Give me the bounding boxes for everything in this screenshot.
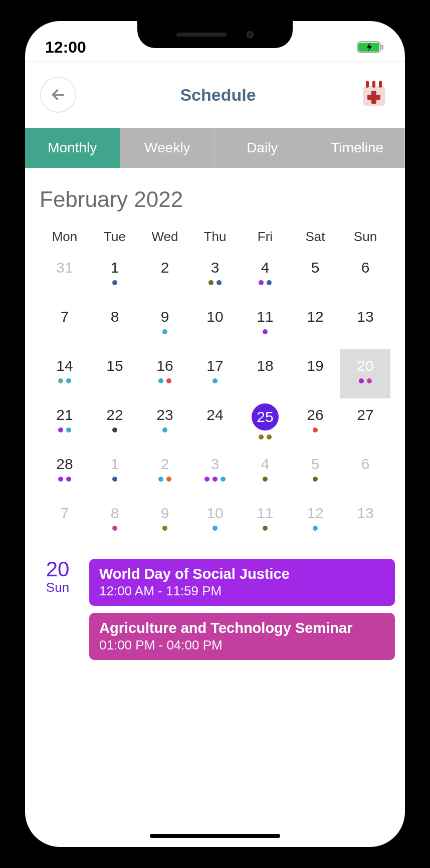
phone-frame: 12:00 Schedule <box>14 10 416 858</box>
event-dots <box>212 526 218 531</box>
day-number: 12 <box>307 505 323 522</box>
weekday-row: MonTueWedThuFriSatSun <box>40 229 390 251</box>
day-number: 22 <box>106 406 123 423</box>
event-dots <box>259 280 272 285</box>
event-dot <box>212 526 218 531</box>
weekday-label: Tue <box>90 229 140 245</box>
weekday-label: Sat <box>290 229 340 245</box>
events-date-number: 20 <box>35 559 80 580</box>
weekday-label: Sun <box>340 229 390 245</box>
calendar-day[interactable]: 11 <box>240 300 290 349</box>
calendar-day[interactable]: 11 <box>240 497 290 546</box>
calendar-day[interactable]: 9 <box>140 300 190 349</box>
calendar-day[interactable]: 26 <box>290 398 340 448</box>
tab-weekly[interactable]: Weekly <box>120 128 216 168</box>
event-dot <box>212 378 218 383</box>
calendar-day[interactable]: 8 <box>90 300 140 349</box>
event-dots <box>58 427 71 432</box>
event-dots <box>359 378 372 383</box>
svg-rect-1 <box>381 45 383 50</box>
calendar-day[interactable]: 24 <box>190 398 240 448</box>
calendar-day[interactable]: 7 <box>40 497 90 546</box>
event-time: 12:00 AM - 11:59 PM <box>99 583 385 599</box>
day-number: 4 <box>261 456 270 473</box>
tab-timeline[interactable]: Timeline <box>310 128 405 168</box>
event-dot <box>112 427 117 432</box>
calendar-day[interactable]: 8 <box>90 497 140 546</box>
add-event-button[interactable] <box>360 80 390 110</box>
calendar-day[interactable]: 13 <box>340 497 390 546</box>
calendar-day[interactable]: 15 <box>90 349 140 398</box>
calendar-day[interactable]: 2 <box>140 448 190 497</box>
event-dot <box>166 477 171 482</box>
calendar-day[interactable]: 28 <box>40 448 90 497</box>
home-indicator[interactable] <box>150 834 280 838</box>
calendar-day[interactable]: 31 <box>40 251 90 300</box>
battery-charging-icon <box>357 40 385 54</box>
back-button[interactable] <box>40 77 76 113</box>
calendar-day[interactable]: 4 <box>240 251 290 300</box>
day-number: 13 <box>357 505 373 522</box>
tab-daily[interactable]: Daily <box>215 128 310 168</box>
calendar-day[interactable]: 23 <box>140 398 190 448</box>
day-number: 27 <box>357 406 373 423</box>
calendar-day[interactable]: 9 <box>140 497 190 546</box>
event-dot <box>66 477 71 482</box>
calendar-day[interactable]: 20 <box>340 349 390 398</box>
event-dot <box>359 378 364 383</box>
svg-rect-6 <box>379 81 382 88</box>
view-tabs: MonthlyWeeklyDailyTimeline <box>25 128 405 168</box>
svg-rect-8 <box>367 95 380 100</box>
event-dot <box>204 477 209 482</box>
arrow-left-icon <box>49 86 67 104</box>
calendar-day[interactable]: 25 <box>240 398 290 448</box>
tab-label: Weekly <box>144 140 190 156</box>
day-number: 1 <box>111 456 119 473</box>
calendar-day[interactable]: 17 <box>190 349 240 398</box>
calendar-day[interactable]: 18 <box>240 349 290 398</box>
calendar-day[interactable]: 27 <box>340 398 390 448</box>
calendar-day[interactable]: 22 <box>90 398 140 448</box>
calendar-day[interactable]: 3 <box>190 251 240 300</box>
calendar-day[interactable]: 6 <box>340 448 390 497</box>
calendar-day[interactable]: 12 <box>290 300 340 349</box>
calendar-day[interactable]: 3 <box>190 448 240 497</box>
calendar-day[interactable]: 13 <box>340 300 390 349</box>
calendar-day[interactable]: 16 <box>140 349 190 398</box>
calendar-day[interactable]: 21 <box>40 398 90 448</box>
day-number: 7 <box>61 505 69 522</box>
event-dots <box>259 435 272 440</box>
event-dot <box>66 378 71 383</box>
day-number: 3 <box>211 259 220 276</box>
calendar-day[interactable]: 7 <box>40 300 90 349</box>
calendar-day[interactable]: 19 <box>290 349 340 398</box>
events-section: 20 Sun World Day of Social Justice12:00 … <box>25 551 405 660</box>
calendar-day[interactable]: 6 <box>340 251 390 300</box>
day-number: 16 <box>156 357 173 374</box>
front-camera <box>247 31 254 38</box>
calendar: February 2022 MonTueWedThuFriSatSun 3112… <box>27 172 403 551</box>
calendar-day[interactable]: 12 <box>290 497 340 546</box>
event-dot <box>58 378 63 383</box>
event-card[interactable]: World Day of Social Justice12:00 AM - 11… <box>89 559 395 606</box>
notch <box>137 21 293 48</box>
calendar-day[interactable]: 14 <box>40 349 90 398</box>
event-dot <box>259 280 264 285</box>
day-number: 25 <box>252 403 279 430</box>
calendar-day[interactable]: 4 <box>240 448 290 497</box>
event-dots <box>208 280 222 285</box>
calendar-day[interactable]: 1 <box>90 448 140 497</box>
calendar-day[interactable]: 10 <box>190 300 240 349</box>
tab-monthly[interactable]: Monthly <box>25 128 120 168</box>
calendar-day[interactable]: 1 <box>90 251 140 300</box>
calendar-day[interactable]: 5 <box>290 448 340 497</box>
calendar-day[interactable]: 2 <box>140 251 190 300</box>
event-card[interactable]: Agriculture and Technology Seminar01:00 … <box>89 613 395 660</box>
event-dot <box>166 378 171 383</box>
calendar-day[interactable]: 5 <box>290 251 340 300</box>
day-number: 19 <box>307 357 323 374</box>
calendar-day[interactable]: 10 <box>190 497 240 546</box>
event-dot <box>263 526 268 531</box>
svg-rect-5 <box>372 81 375 88</box>
weekday-label: Mon <box>40 229 90 245</box>
